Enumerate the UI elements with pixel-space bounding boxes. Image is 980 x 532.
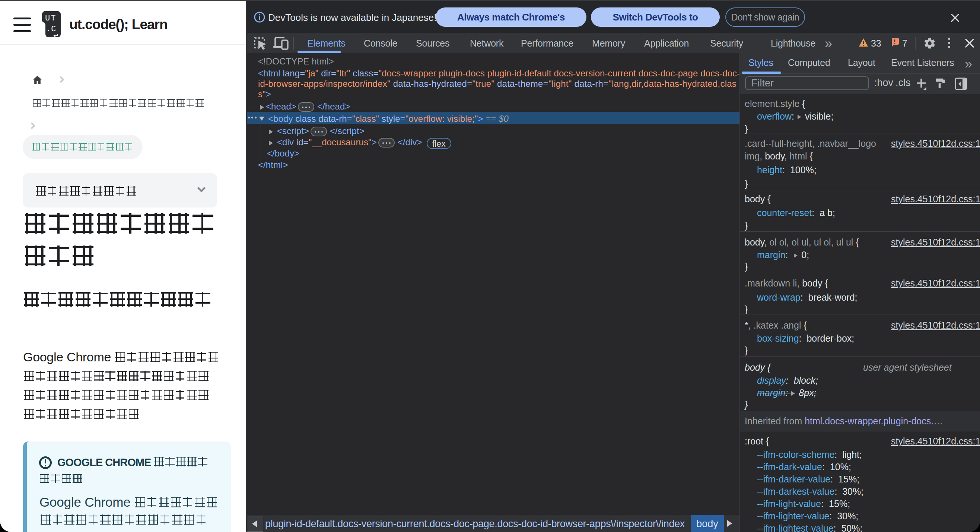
svg-text:UT: UT bbox=[45, 14, 56, 23]
svg-text:.C: .C bbox=[46, 25, 56, 34]
